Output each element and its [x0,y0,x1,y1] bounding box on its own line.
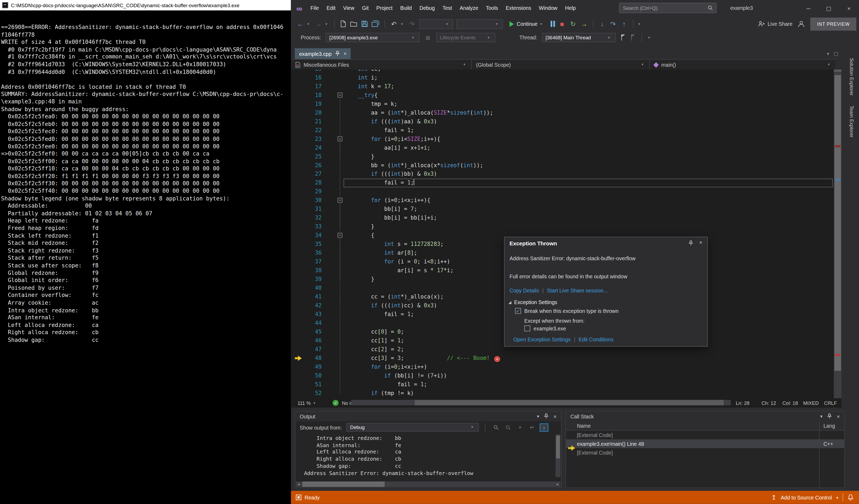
stack-frame-caret-icon[interactable]: ▾ [648,35,652,40]
code-editor[interactable]: 15 int cc;16 int i;17 int k = 17;18− __t… [291,70,834,398]
flag-threads-icon[interactable] [620,34,626,41]
stop-debugging-icon[interactable]: ■ [558,20,566,28]
notifications-bell-icon[interactable] [847,494,854,501]
add-to-source-control-button[interactable]: Add to Source Control [781,494,832,501]
platform-combobox[interactable]: ▾ [456,19,503,29]
window-position-icon[interactable]: ▾ [820,414,822,419]
output-source-dropdown[interactable]: Debug ▾ [346,423,479,432]
toolbar-overflow-icon[interactable]: ▾ [638,21,642,26]
glyph-margin[interactable] [291,345,305,354]
new-file-icon[interactable] [340,20,347,27]
pin-popup-icon[interactable] [689,241,693,246]
menu-project[interactable]: Project [373,0,396,16]
menu-edit[interactable]: Edit [323,0,340,16]
configuration-combobox[interactable]: ▾ [419,19,453,29]
code-line[interactable]: 20 aa = (int*)_alloca(SIZE*sizeof(int)); [291,108,834,117]
code-line[interactable]: 16 int i; [291,73,834,82]
call-stack-header[interactable]: Call Stack ▾ × [566,412,844,421]
step-out-icon[interactable]: ↑ [620,20,628,28]
output-horizontal-scrollbar[interactable]: ◂ ▸ [296,482,560,487]
console-title-bar[interactable]: C:\MSDN\cpp-docs-pr\docs\c-language\ASAN… [0,0,291,10]
glyph-margin[interactable] [291,266,305,275]
code-line[interactable]: 22 fail = 1; [291,126,834,135]
glyph-margin[interactable] [291,161,305,170]
menu-extensions[interactable]: Extensions [502,0,535,16]
pin-panel-icon[interactable] [544,414,548,419]
fold-toggle-icon[interactable]: − [337,92,343,97]
glyph-margin[interactable] [291,223,305,231]
glyph-margin[interactable] [291,389,305,398]
glyph-margin[interactable] [291,310,305,319]
glyph-margin[interactable] [291,319,305,327]
code-line[interactable]: 27 if (((int)bb) & 0x3) [291,170,834,179]
editor-vertical-scrollbar[interactable] [834,70,842,398]
copy-details-link[interactable]: Copy Details [509,288,539,294]
code-line[interactable]: 29 [291,187,834,196]
vs-title-bar[interactable]: ∞ FileEditViewGitProjectBuildDebugTestAn… [291,0,859,16]
menu-file[interactable]: File [306,0,322,16]
editor-split-handle[interactable] [834,70,842,72]
code-line[interactable]: 32 bb[i] = bb[i]+i; [291,214,834,223]
glyph-margin[interactable] [291,196,305,205]
glyph-margin[interactable] [291,179,305,187]
code-line[interactable]: 28 fail = 1; [291,179,834,187]
code-line[interactable]: 24 aa[i] = x+1+i; [291,143,834,152]
code-line[interactable]: 26 bb = (int*)_alloca(x*sizeof(int)); [291,161,834,170]
navigate-forward-caret-icon[interactable]: ▾ [326,21,329,26]
glyph-margin[interactable] [291,135,305,143]
call-stack-column-headers[interactable]: Name Lang [566,421,844,431]
save-all-icon[interactable] [372,20,380,27]
glyph-margin[interactable] [291,126,305,135]
maximize-button[interactable]: ▢ [818,0,839,16]
process-combobox[interactable]: [26908] example3.exe ▾ [326,33,420,42]
step-into-icon[interactable]: ↓ [598,20,606,28]
code-line[interactable]: 51 fail = 1; [291,380,834,389]
glyph-margin[interactable] [291,91,305,100]
menu-view[interactable]: View [339,0,358,16]
scrollbar-thumb[interactable] [556,436,560,459]
glyph-margin[interactable] [291,170,305,179]
source-control-caret-icon[interactable]: ▴ [837,495,838,500]
glyph-margin[interactable] [291,187,305,196]
account-icon[interactable] [798,20,805,27]
code-line[interactable]: 31 bb[i] = 7; [291,205,834,214]
undo-icon[interactable]: ↶ [390,20,398,28]
glyph-margin[interactable] [291,100,305,108]
window-position-icon[interactable]: ▾ [537,414,539,419]
glyph-margin[interactable] [291,231,305,240]
glyph-margin[interactable] [291,82,305,91]
autoscroll-toggle-icon[interactable]: ↓ [540,423,548,431]
code-line[interactable]: 19 tmp = k; [291,100,834,108]
glyph-margin[interactable] [291,214,305,223]
menu-tools[interactable]: Tools [482,0,502,16]
tab-example3-cpp[interactable]: example3.cpp × [295,48,351,59]
start-live-share-link[interactable]: Start Live Share session... [547,288,608,294]
output-vertical-scrollbar[interactable] [556,434,561,477]
scrollbar-thumb[interactable] [415,400,724,406]
glyph-margin[interactable] [291,327,305,336]
glyph-margin[interactable] [291,152,305,161]
word-wrap-icon[interactable]: ↩ [528,423,537,431]
glyph-margin[interactable] [291,240,305,249]
project-dropdown[interactable]: Miscellaneous Files ▾ [291,60,472,70]
restart-icon[interactable]: ↻ [569,20,577,28]
menu-build[interactable]: Build [396,0,416,16]
code-line[interactable]: 15 int cc; [291,70,834,73]
live-share-button[interactable]: Live Share [758,21,793,27]
glyph-margin[interactable] [291,363,305,371]
code-line[interactable]: 17 int k = 17; [291,82,834,91]
navigate-back-caret-icon[interactable]: ▾ [307,21,311,26]
redo-icon[interactable]: ↷ [408,20,416,28]
code-line[interactable]: 25 } [291,152,834,161]
undo-caret-icon[interactable]: ▾ [401,21,405,26]
menu-git[interactable]: Git [358,0,373,16]
glyph-margin[interactable] [291,249,305,258]
module-checkbox[interactable] [524,325,530,332]
glyph-margin[interactable] [291,275,305,284]
code-line[interactable]: 33 } [291,223,834,231]
navigate-forward-icon[interactable]: → [315,20,322,28]
member-dropdown[interactable]: main() ▾ [650,60,835,70]
step-over-icon[interactable]: ↷ [609,20,617,28]
scroll-right-icon[interactable]: ▸ [555,482,560,486]
break-checkbox[interactable]: ✓ [515,308,521,314]
